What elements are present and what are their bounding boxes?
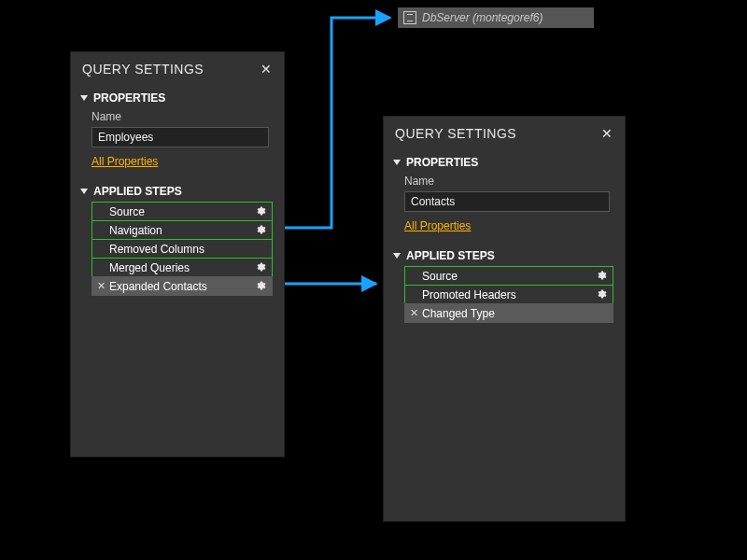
- panel-title: QUERY SETTINGS: [395, 126, 516, 141]
- step-label: Source: [109, 205, 145, 218]
- database-icon: [403, 11, 416, 24]
- applied-step[interactable]: Removed Columns: [92, 239, 273, 259]
- delete-step-icon[interactable]: ✕: [95, 280, 106, 292]
- panel-title: QUERY SETTINGS: [82, 62, 204, 77]
- chevron-down-icon: [80, 189, 88, 194]
- applied-steps-header[interactable]: APPLIED STEPS: [80, 179, 275, 202]
- step-label: Merged Queries: [109, 261, 190, 274]
- step-label: Removed Columns: [109, 243, 204, 256]
- applied-step[interactable]: Navigation: [92, 220, 273, 240]
- gear-icon[interactable]: [255, 224, 266, 235]
- chevron-down-icon: [393, 253, 401, 259]
- applied-step[interactable]: ✕Expanded Contacts: [92, 276, 273, 296]
- gear-icon[interactable]: [255, 205, 266, 217]
- chevron-down-icon: [393, 160, 401, 165]
- gear-icon[interactable]: [596, 288, 607, 300]
- query-settings-panel-employees: QUERY SETTINGS ✕ PROPERTIES Name All Pro…: [70, 51, 285, 457]
- step-label: Source: [422, 270, 458, 283]
- applied-steps-list: SourceNavigationRemoved ColumnsMerged Qu…: [92, 202, 273, 454]
- close-icon[interactable]: ✕: [600, 126, 613, 141]
- applied-step[interactable]: Source: [404, 266, 613, 286]
- close-icon[interactable]: ✕: [260, 62, 273, 77]
- name-label: Name: [80, 108, 275, 127]
- step-label: Changed Type: [422, 307, 495, 320]
- step-label: Promoted Headers: [422, 288, 516, 301]
- applied-step[interactable]: Source: [92, 202, 273, 221]
- applied-step[interactable]: ✕Changed Type: [404, 303, 613, 323]
- db-server-tag[interactable]: DbServer (montegoref6): [398, 7, 594, 28]
- delete-step-icon[interactable]: ✕: [408, 307, 419, 319]
- gear-icon[interactable]: [255, 280, 266, 291]
- properties-header[interactable]: PROPERTIES: [80, 86, 275, 108]
- applied-step[interactable]: Promoted Headers: [404, 285, 613, 304]
- name-input[interactable]: [92, 127, 269, 147]
- all-properties-link[interactable]: All Properties: [393, 217, 471, 240]
- properties-header[interactable]: PROPERTIES: [393, 150, 615, 173]
- applied-step[interactable]: Merged Queries: [92, 258, 273, 277]
- step-label: Navigation: [109, 224, 162, 237]
- gear-icon[interactable]: [596, 270, 607, 281]
- all-properties-link[interactable]: All Properties: [80, 153, 158, 175]
- step-label: Expanded Contacts: [109, 280, 207, 293]
- name-input[interactable]: [404, 191, 610, 212]
- applied-steps-header[interactable]: APPLIED STEPS: [393, 244, 615, 266]
- query-settings-panel-contacts: QUERY SETTINGS ✕ PROPERTIES Name All Pro…: [383, 116, 626, 522]
- applied-steps-list: SourcePromoted Headers✕Changed Type: [404, 266, 613, 518]
- db-server-label: DbServer (montegoref6): [422, 11, 543, 24]
- name-label: Name: [393, 173, 615, 191]
- chevron-down-icon: [80, 95, 88, 101]
- gear-icon[interactable]: [255, 261, 266, 273]
